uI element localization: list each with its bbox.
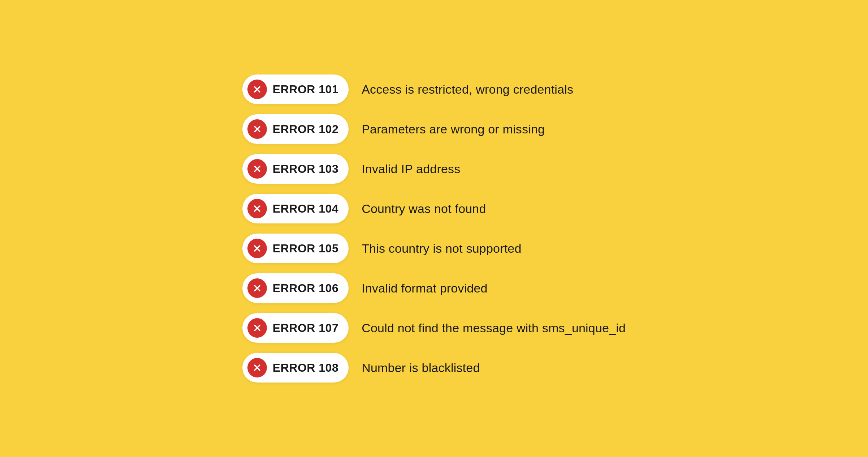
- error-list: ERROR 101 Access is restricted, wrong cr…: [221, 53, 647, 404]
- error-row: ERROR 108 Number is blacklisted: [242, 353, 626, 383]
- error-badge: ERROR 103: [242, 154, 349, 184]
- x-circle-icon: [247, 318, 267, 338]
- error-description: Parameters are wrong or missing: [362, 122, 545, 136]
- error-description: Country was not found: [362, 202, 486, 216]
- x-circle-icon: [247, 119, 267, 139]
- error-row: ERROR 105 This country is not supported: [242, 234, 626, 263]
- error-row: ERROR 107 Could not find the message wit…: [242, 313, 626, 343]
- x-circle-icon: [247, 199, 267, 218]
- x-circle-icon: [247, 159, 267, 179]
- error-description: Could not find the message with sms_uniq…: [362, 321, 626, 335]
- error-description: Invalid IP address: [362, 162, 460, 176]
- error-row: ERROR 106 Invalid format provided: [242, 273, 626, 303]
- x-circle-icon: [247, 278, 267, 298]
- error-badge: ERROR 105: [242, 234, 349, 263]
- x-circle-icon: [247, 239, 267, 258]
- error-row: ERROR 103 Invalid IP address: [242, 154, 626, 184]
- error-code: ERROR 108: [273, 361, 338, 375]
- error-row: ERROR 102 Parameters are wrong or missin…: [242, 114, 626, 144]
- error-code: ERROR 106: [273, 282, 338, 295]
- error-row: ERROR 101 Access is restricted, wrong cr…: [242, 74, 626, 104]
- error-description: This country is not supported: [362, 242, 521, 256]
- error-code: ERROR 107: [273, 321, 338, 335]
- x-circle-icon: [247, 358, 267, 377]
- error-code: ERROR 105: [273, 242, 338, 255]
- error-badge: ERROR 107: [242, 313, 349, 343]
- error-code: ERROR 104: [273, 202, 338, 215]
- error-row: ERROR 104 Country was not found: [242, 194, 626, 223]
- error-badge: ERROR 102: [242, 114, 349, 144]
- error-badge: ERROR 104: [242, 194, 349, 223]
- error-description: Access is restricted, wrong credentials: [362, 82, 573, 97]
- error-badge: ERROR 108: [242, 353, 349, 383]
- error-description: Number is blacklisted: [362, 361, 480, 375]
- error-code: ERROR 101: [273, 83, 338, 96]
- error-badge: ERROR 106: [242, 273, 349, 303]
- error-description: Invalid format provided: [362, 281, 488, 295]
- error-code: ERROR 102: [273, 123, 338, 136]
- error-badge: ERROR 101: [242, 74, 349, 104]
- error-code: ERROR 103: [273, 162, 338, 176]
- x-circle-icon: [247, 80, 267, 99]
